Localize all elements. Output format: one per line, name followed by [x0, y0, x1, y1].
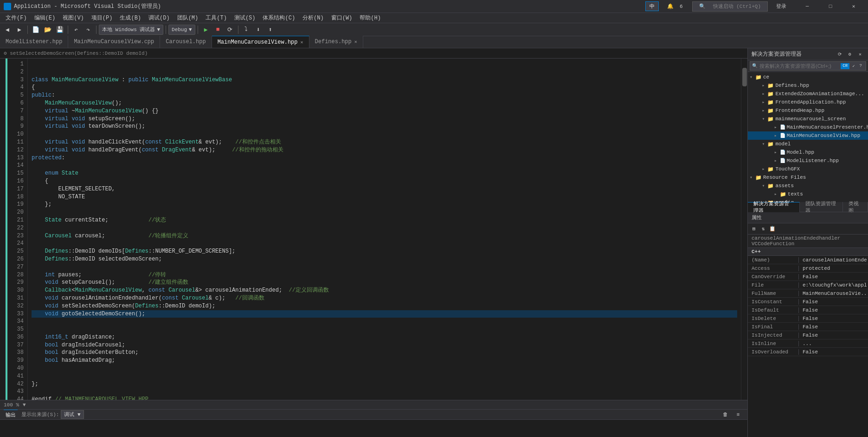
menu-project[interactable]: 项目(P): [88, 13, 116, 23]
tab-defines[interactable]: Defines.hpp ✕: [309, 36, 363, 48]
tree-item-8[interactable]: ▾ 📁model: [748, 140, 868, 148]
tree-item-7[interactable]: ▸ 📄MainMenuCarouselView.hpp: [748, 131, 868, 140]
menu-build[interactable]: 生成(B): [116, 13, 145, 23]
tab-class-view[interactable]: 类视图: [843, 202, 868, 212]
tab-modellistener[interactable]: ModelListener.hpp: [0, 36, 68, 48]
toolbar-sep2: [68, 26, 68, 34]
output-clear[interactable]: 🗑: [720, 410, 731, 420]
output-toggle[interactable]: ≡: [733, 410, 744, 420]
prop-sort-alpha[interactable]: ⇅: [759, 225, 767, 233]
toolbar-undo[interactable]: ↶: [71, 25, 82, 35]
output-toolbar: 🗑 ≡: [720, 410, 744, 420]
tab-solution-explorer[interactable]: 解决方案资源管理器: [748, 202, 800, 212]
solution-search-input[interactable]: [759, 63, 839, 69]
toolbar-back[interactable]: ◀: [2, 25, 13, 35]
quick-search[interactable]: 🔍 快速启动 (Ctrl+Q): [692, 1, 768, 12]
tab-team-explorer[interactable]: 团队资源管理器: [800, 202, 843, 212]
menu-view[interactable]: 视图(V): [59, 13, 88, 23]
tab-mainmenucarouselview-hpp[interactable]: MainMenuCarouselView.hpp ✕: [212, 36, 309, 48]
tree-item-5[interactable]: ▾ 📁mainmenucarousel_screen: [748, 115, 868, 123]
tree-item-10[interactable]: ▸ 📄ModelListener.hpp: [748, 157, 868, 165]
se-filter-btn[interactable]: ⚙: [846, 50, 854, 59]
toolbar-stop[interactable]: ■: [212, 25, 224, 35]
se-filter-on[interactable]: CR: [841, 63, 849, 69]
se-filter-off[interactable]: ✓: [850, 63, 856, 69]
menu-debug[interactable]: 调试(D): [145, 13, 174, 23]
notification-bell[interactable]: 🔔 6: [664, 2, 688, 10]
menu-analyze[interactable]: 分析(N): [299, 13, 328, 23]
folder-icon: 📁: [767, 99, 774, 105]
menu-tools[interactable]: 工具(T): [202, 13, 231, 23]
vertical-scrollbar[interactable]: [741, 59, 747, 400]
solution-search-container: 🔍 CR ✓ ?: [748, 60, 868, 72]
file-icon: 📄: [780, 124, 785, 130]
menu-window[interactable]: 窗口(W): [328, 13, 356, 23]
minimize-button[interactable]: ─: [797, 0, 818, 13]
toolbar-restart[interactable]: ⟳: [225, 25, 236, 35]
folder-icon: 📁: [755, 74, 762, 80]
properties-toolbar: ⊞ ⇅ 📋: [748, 223, 868, 235]
menu-architecture[interactable]: 体系结构(C): [259, 13, 299, 23]
login-button[interactable]: 登录: [773, 2, 789, 11]
toolbar-step-over[interactable]: ⤵: [241, 25, 252, 35]
close-button[interactable]: ✕: [843, 0, 864, 13]
collapse-gutter: [0, 59, 6, 400]
editor-area[interactable]: 1234567891011121314151617181920212223242…: [0, 59, 747, 400]
zoom-level[interactable]: 100 %: [4, 402, 19, 408]
search-icon: 🔍: [696, 2, 708, 10]
zoom-dropdown[interactable]: ▼: [23, 402, 26, 408]
toolbar-redo[interactable]: ↷: [83, 25, 94, 35]
se-close-btn[interactable]: ✕: [856, 50, 864, 59]
prop-row-8: IsFinalFalse: [748, 323, 868, 331]
toolbar-save[interactable]: 💾: [54, 25, 65, 35]
scrollbar-thumb[interactable]: [742, 68, 747, 86]
output-tab-debug[interactable]: 输出: [4, 410, 18, 420]
bottom-panel-tabs: 解决方案资源管理器 团队资源管理器 类视图: [748, 202, 868, 212]
menu-file[interactable]: 文件(F): [2, 13, 31, 23]
tree-item-6[interactable]: ▸ 📄MainMenuCarouselPresenter.hpp: [748, 123, 868, 131]
prop-row-7: IsDeleteFalse: [748, 314, 868, 323]
toolbar-open[interactable]: 📂: [42, 25, 53, 35]
maximize-button[interactable]: □: [820, 0, 841, 13]
se-sync-btn[interactable]: ⟳: [836, 50, 844, 59]
menu-test[interactable]: 测试(S): [231, 13, 259, 23]
tree-item-11[interactable]: ▸ 📁TouchGFX: [748, 165, 868, 173]
tree-item-4[interactable]: ▸ 📁FrontendHeap.hpp: [748, 106, 868, 115]
toolbar-forward[interactable]: ▶: [14, 25, 25, 35]
tab-close-active[interactable]: ✕: [301, 39, 303, 45]
code-editor[interactable]: class MainMenuCarouselView : public Main…: [28, 59, 741, 400]
debug-target-dropdown[interactable]: 本地 Windows 调试器 ▼: [99, 25, 163, 35]
se-search-buttons: CR ✓ ?: [841, 63, 864, 69]
toolbar-step-out[interactable]: ⬆: [265, 25, 276, 35]
toolbar-play[interactable]: ▶: [200, 25, 212, 35]
tree-item-14[interactable]: ▸ 📁texts: [748, 190, 868, 198]
tree-container[interactable]: ▾ 📁ce ▸ 📁Defines.hpp ▸ 📁ExtendedZoomAnim…: [748, 72, 868, 202]
output-source-dropdown[interactable]: 调试 ▼: [61, 410, 84, 419]
tab-carousel[interactable]: Carousel.hpp: [160, 36, 212, 48]
menu-team[interactable]: 团队(M): [174, 13, 202, 23]
toolbar-step-into[interactable]: ⬇: [253, 25, 264, 35]
tree-item-0[interactable]: ▾ 📁ce: [748, 73, 868, 81]
folder-icon: 📁: [767, 141, 774, 147]
se-search-opts[interactable]: ?: [858, 63, 864, 69]
output-panel: 输出 显示出来源(S): 调试 ▼ 🗑 ≡: [0, 409, 747, 437]
tree-item-2[interactable]: ▸ 📁ExtendedZoomAnimationImage...: [748, 90, 868, 98]
menu-help[interactable]: 帮助(H): [356, 13, 385, 23]
tree-item-12[interactable]: ▾ 📁Resource Files: [748, 173, 868, 182]
line-number-list: 1234567891011121314151617181920212223242…: [11, 60, 24, 400]
tree-item-9[interactable]: ▸ 📄Model.hpp: [748, 148, 868, 157]
prop-row-2: CanOverrideFalse: [748, 273, 868, 281]
prop-sort-cat[interactable]: ⊞: [750, 225, 758, 233]
toolbar-new[interactable]: 📄: [30, 25, 41, 35]
folder-icon: 📁: [767, 183, 774, 189]
config-dropdown[interactable]: Debug ▼: [168, 25, 195, 35]
tree-item-13[interactable]: ▾ 📁assets: [748, 182, 868, 190]
prop-pages[interactable]: 📋: [768, 225, 777, 233]
menu-edit[interactable]: 编辑(E): [31, 13, 59, 23]
tree-item-1[interactable]: ▸ 📁Defines.hpp: [748, 81, 868, 90]
language-indicator[interactable]: 中: [645, 1, 659, 11]
se-search-icon: 🔍: [752, 63, 758, 69]
tree-item-3[interactable]: ▸ 📁FrontendApplication.hpp: [748, 98, 868, 106]
tab-mainmenucarouselview-cpp[interactable]: MainMenuCarouselView.cpp: [68, 36, 160, 48]
tab-close-defines[interactable]: ✕: [354, 39, 357, 45]
